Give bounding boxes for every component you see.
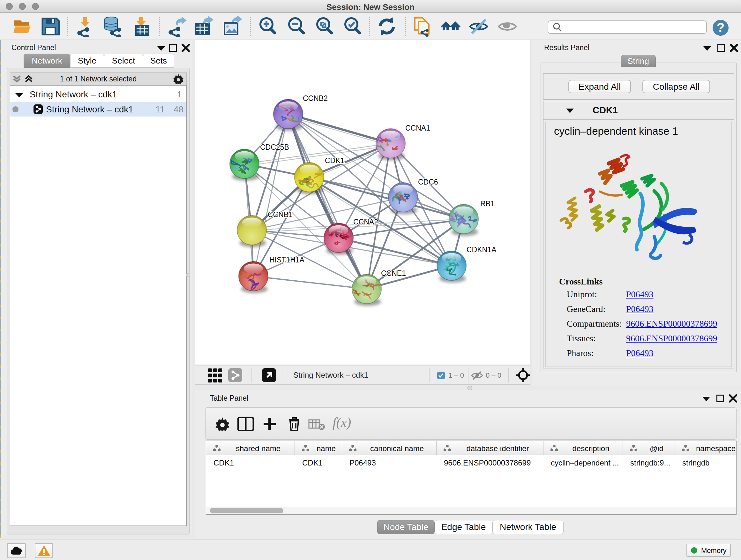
svg-text:CDK1: CDK1 xyxy=(325,157,344,165)
svg-text:CDKN1A: CDKN1A xyxy=(467,246,496,254)
svg-text:CDC25B: CDC25B xyxy=(260,143,289,151)
svg-text:CCNB1: CCNB1 xyxy=(268,210,293,219)
svg-text:CCNE1: CCNE1 xyxy=(381,269,406,277)
svg-text:CCNA2: CCNA2 xyxy=(353,218,378,226)
svg-text:CDC6: CDC6 xyxy=(418,178,438,186)
svg-text:HIST1H1A: HIST1H1A xyxy=(269,256,305,264)
svg-text:CCNA1: CCNA1 xyxy=(405,124,430,132)
svg-text:RB1: RB1 xyxy=(480,199,495,208)
svg-text:?: ? xyxy=(717,20,724,35)
svg-text:CCNB2: CCNB2 xyxy=(303,94,328,103)
